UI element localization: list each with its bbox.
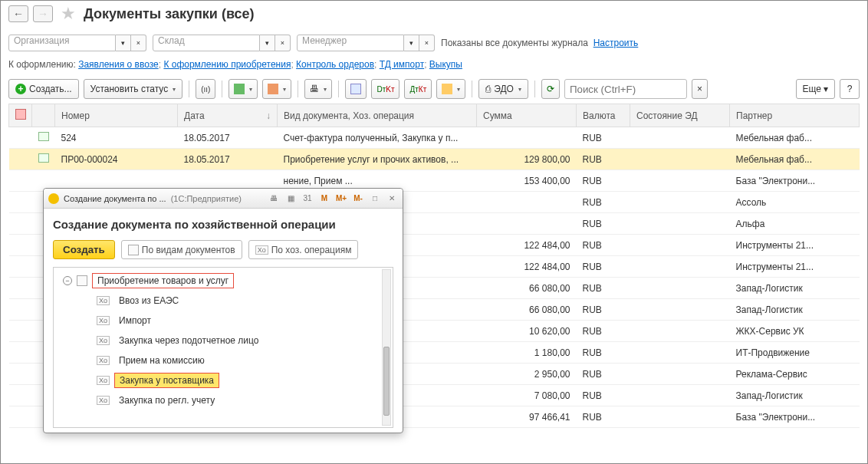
xo-icon: Xo — [255, 245, 268, 255]
dialog-create-button[interactable]: Создать — [53, 240, 115, 259]
table-row[interactable]: 52418.05.2017Счет-фактура полученный, За… — [9, 127, 860, 149]
link-4[interactable]: Выкупы — [429, 59, 462, 70]
dtkt1-button[interactable]: DтKт — [371, 79, 399, 99]
org-filter[interactable]: Организация ▾ × — [8, 35, 146, 51]
cell-sum — [477, 192, 577, 213]
cell-sum — [477, 127, 577, 149]
manager-filter[interactable]: Менеджер ▾ × — [297, 35, 435, 51]
col-ed[interactable]: Состояние ЭД — [630, 104, 730, 127]
cell-partner: Альфа — [730, 213, 860, 235]
cell-cur: RUB — [577, 256, 630, 278]
cell-cur: RUB — [577, 149, 630, 170]
nav-back-button[interactable]: ← — [8, 5, 28, 22]
tree-item[interactable]: XoЗакупка через подотчетное лицо — [55, 331, 391, 350]
dlg-m-icon[interactable]: M — [318, 193, 330, 205]
cell-sum: 122 484,00 — [477, 235, 577, 256]
col-mark[interactable] — [9, 104, 32, 127]
cell-sum: 153 400,00 — [477, 170, 577, 192]
tab-by-ops[interactable]: XoПо хоз. операциям — [248, 240, 359, 259]
edo-button[interactable]: ⎙ЭДО▾ — [478, 79, 528, 99]
print-button[interactable]: 🖶▾ — [304, 79, 332, 99]
col-icon[interactable] — [32, 104, 55, 127]
store-dropdown-icon[interactable]: ▾ — [260, 35, 275, 51]
doc-status-icon — [38, 153, 49, 163]
print-icon: 🖶 — [310, 84, 319, 94]
col-partner[interactable]: Партнер — [730, 104, 860, 127]
cell-ed — [630, 385, 730, 406]
barcode-button[interactable]: (ıı) — [196, 79, 215, 99]
cell-sum: 10 620,00 — [477, 321, 577, 342]
configure-link[interactable]: Настроить — [593, 38, 639, 48]
col-sum[interactable]: Сумма — [477, 104, 577, 127]
col-num[interactable]: Номер — [55, 104, 178, 127]
manager-input[interactable]: Менеджер — [297, 35, 404, 51]
col-date[interactable]: Дата↓ — [178, 104, 278, 127]
tree-item[interactable]: XoЗакупка у поставщика — [55, 370, 391, 390]
cell-sum: 129 800,00 — [477, 149, 577, 170]
refresh-button[interactable]: ⟳ — [541, 79, 560, 99]
cell-partner: Инструменты 21... — [730, 235, 860, 256]
tree-scrollbar[interactable] — [382, 269, 391, 426]
report-button[interactable] — [345, 79, 367, 99]
tree-item[interactable]: XoЗакупка по регл. учету — [55, 390, 391, 410]
files-button[interactable]: ▾ — [436, 79, 465, 99]
cell-partner: ИТ-Продвижение — [730, 342, 860, 364]
xo-icon: Xo — [97, 396, 110, 405]
help-button[interactable]: ? — [840, 79, 860, 99]
col-type[interactable]: Вид документа, Хоз. операция — [278, 104, 477, 127]
search-input[interactable] — [564, 79, 687, 99]
link-1[interactable]: К оформлению приобретения — [163, 59, 291, 70]
nav-fwd-button[interactable]: → — [33, 5, 53, 22]
link-3[interactable]: ТД импорт — [380, 59, 424, 70]
dtkt2-button[interactable]: ДтКт — [404, 79, 432, 99]
search-clear-button[interactable]: × — [692, 79, 708, 99]
cell-cur: RUB — [577, 278, 630, 299]
tree-item[interactable]: XoИмпорт — [55, 311, 391, 331]
collapse-icon[interactable]: − — [63, 276, 72, 285]
cell-partner: Запад-Логистик — [730, 299, 860, 321]
tab-by-docs[interactable]: По видам документов — [121, 240, 242, 259]
dlg-calc-icon[interactable]: ▦ — [284, 193, 297, 205]
star-icon[interactable]: ★ — [61, 4, 76, 24]
store-filter[interactable]: Склад ▾ × — [153, 35, 291, 51]
cell-ed — [630, 406, 730, 428]
tree-item-label: Закупка по регл. учету — [114, 393, 219, 407]
manager-dropdown-icon[interactable]: ▾ — [404, 35, 419, 51]
create-button[interactable]: +Создать... — [8, 79, 79, 99]
set-status-button[interactable]: Установить статус▾ — [84, 79, 183, 99]
tree-root[interactable]: − Приобретение товаров и услуг — [55, 271, 391, 291]
dlg-mminus-icon[interactable]: M- — [352, 193, 364, 205]
chevron-down-icon: ▾ — [173, 86, 176, 93]
org-input[interactable]: Организация — [8, 35, 116, 51]
scroll-thumb[interactable] — [383, 347, 390, 416]
tree-item[interactable]: XoПрием на комиссию — [55, 350, 391, 370]
dlg-print-icon[interactable]: 🖶 — [268, 193, 280, 205]
table-row[interactable]: ПР00-00002418.05.2017Приобретение услуг … — [9, 149, 860, 170]
store-clear-icon[interactable]: × — [275, 35, 291, 51]
cell-date: 18.05.2017 — [178, 149, 278, 170]
copy-button[interactable]: ▾ — [229, 79, 258, 99]
dlg-mplus-icon[interactable]: M+ — [335, 193, 347, 205]
org-clear-icon[interactable]: × — [131, 35, 146, 51]
xo-icon: Xo — [97, 376, 110, 385]
link-2[interactable]: Контроль ордеров — [296, 59, 374, 70]
manager-clear-icon[interactable]: × — [419, 35, 435, 51]
dlg-calendar-icon[interactable]: 31 — [301, 193, 314, 205]
cell-type: Счет-фактура полученный, Закупка у п... — [278, 127, 477, 149]
dlg-max-icon[interactable]: □ — [369, 193, 381, 205]
store-input[interactable]: Склад — [153, 35, 260, 51]
basedon-button[interactable]: ▾ — [262, 79, 291, 99]
link-0[interactable]: Заявления о ввозе — [78, 59, 159, 70]
dlg-close-icon[interactable]: ✕ — [386, 193, 398, 205]
cell-cur: RUB — [577, 364, 630, 385]
cell-ed — [630, 364, 730, 385]
more-button[interactable]: Еще▾ — [796, 79, 835, 99]
cell-partner: Реклама-Сервис — [730, 364, 860, 385]
operations-tree: − Приобретение товаров и услуг XoВвоз из… — [53, 267, 393, 428]
cell-cur: RUB — [577, 342, 630, 364]
tree-item-label: Импорт — [114, 314, 156, 327]
org-dropdown-icon[interactable]: ▾ — [116, 35, 131, 51]
tree-item[interactable]: XoВвоз из ЕАЭС — [55, 291, 391, 311]
col-cur[interactable]: Валюта — [577, 104, 630, 127]
cell-type: Приобретение услуг и прочих активов, ... — [278, 149, 477, 170]
